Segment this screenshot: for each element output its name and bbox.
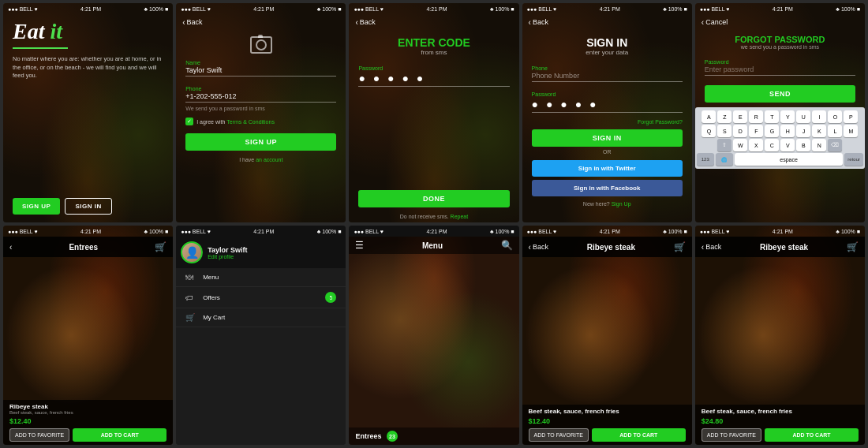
hamburger-icon[interactable]: ☰ — [355, 240, 364, 251]
food-price-2: $12.40 — [529, 417, 551, 425]
ribeye2-header: ‹ Back Ribeye steak 🛒 — [695, 237, 865, 257]
signup-button[interactable]: SIGN UP — [13, 198, 60, 215]
key-a[interactable]: A — [702, 110, 716, 123]
terms-link[interactable]: Terms & Conditions — [226, 119, 275, 125]
forgot-link[interactable]: Forgot Password? — [522, 118, 692, 126]
key-i[interactable]: I — [812, 110, 826, 123]
key-r[interactable]: R — [749, 110, 763, 123]
add-cart-btn-1[interactable]: ADD TO CART — [73, 428, 166, 442]
back-button-3[interactable]: ‹ Back — [355, 18, 375, 27]
enter-code-subtitle: from sms — [349, 49, 518, 56]
key-delete[interactable]: ⌫ — [828, 139, 842, 151]
key-u[interactable]: U — [796, 110, 810, 123]
key-g[interactable]: G — [765, 125, 779, 137]
key-v[interactable]: V — [780, 139, 795, 151]
key-j[interactable]: J — [796, 125, 810, 137]
key-x[interactable]: X — [749, 139, 763, 151]
kb-bottom-row: 123 🌐 espace retour — [697, 153, 863, 166]
key-q[interactable]: Q — [702, 125, 716, 137]
menu-item-cart[interactable]: 🛒 My Cart — [176, 308, 346, 327]
status-bar-r2-3: ●●● BELL ♥ 4:21 PM ♣ 100% ■ — [349, 226, 518, 237]
add-cart-btn-2[interactable]: ADD TO CART — [592, 428, 686, 442]
ribeye1-back[interactable]: ‹ Back — [529, 243, 548, 252]
food-card-3: Beef steak, sauce, french fries $24.80 A… — [695, 405, 865, 445]
user-avatar[interactable]: 👤 — [181, 241, 203, 263]
key-shift[interactable]: ⇧ — [717, 139, 731, 151]
nav-bar-3: ‹ Back — [349, 14, 518, 30]
cart-icon[interactable]: 🛒 — [155, 241, 166, 252]
signin-button[interactable]: SIGN IN — [65, 198, 111, 215]
signup-button-2[interactable]: SIGN UP — [185, 133, 336, 151]
key-return[interactable]: retour — [844, 153, 863, 166]
ribeye2-title: Ribeye steak — [760, 243, 808, 252]
signup-link[interactable]: Sign Up — [612, 201, 631, 207]
key-h[interactable]: H — [780, 125, 795, 137]
key-globe[interactable]: 🌐 — [716, 153, 733, 166]
food-price-1: $12.40 — [9, 417, 32, 425]
back-button-4[interactable]: ‹ Back — [529, 18, 548, 27]
key-n[interactable]: N — [812, 139, 826, 151]
key-p[interactable]: P — [844, 110, 858, 123]
food-card-1: Ribeye steak Beef steak, sauce, french f… — [3, 400, 173, 445]
search-icon[interactable]: 🔍 — [501, 240, 513, 251]
screen-entrees: ●●● BELL ♥ 4:21 PM ♣ 100% ■ ‹ Entrees 🛒 … — [3, 226, 173, 445]
logo-underline — [13, 47, 68, 49]
repeat-link[interactable]: Repeat — [451, 214, 469, 219]
food-price-3: $24.80 — [702, 417, 724, 425]
screen-menu-list: ●●● BELL ♥ 4:21 PM ♣ 100% ■ ☰ Menu 🔍 Ent… — [349, 226, 518, 445]
key-f[interactable]: F — [749, 125, 763, 137]
app-grid: ●●● BELL ♥ 4:21 PM ♣ 100% ■ Eat it No ma… — [0, 0, 868, 448]
menu-title: Menu — [422, 241, 443, 250]
signin-btn[interactable]: SIGN IN — [532, 129, 683, 147]
back-button[interactable]: ‹ Back — [182, 18, 202, 27]
key-o[interactable]: O — [828, 110, 842, 123]
facebook-btn[interactable]: Sign in with Facebook — [532, 180, 683, 196]
send-button[interactable]: SEND — [705, 85, 855, 103]
key-w[interactable]: W — [733, 139, 747, 151]
screen-profile-form: ●●● BELL ♥ 4:21 PM ♣ 100% ■ ‹ Back Name … — [176, 3, 346, 222]
app-logo: Eat it — [13, 21, 163, 43]
account-link[interactable]: an account — [256, 157, 282, 162]
status-bar-r2-2: ●●● BELL ♥ 4:21 PM ♣ 100% ■ — [176, 226, 346, 237]
nav-bar-2: ‹ Back — [176, 14, 346, 30]
key-e[interactable]: E — [733, 110, 747, 123]
no-sms-note: Do not receive sms. Repeat — [349, 211, 518, 222]
key-l[interactable]: L — [828, 125, 842, 137]
add-fav-btn-2[interactable]: ADD TO FAVORITE — [529, 428, 589, 442]
key-y[interactable]: Y — [780, 110, 795, 123]
agree-checkbox[interactable]: ✓ — [185, 118, 193, 125]
menu-item-offers[interactable]: 🏷 Offers 5 — [176, 287, 346, 308]
cart-icon-3[interactable]: 🛒 — [847, 241, 859, 252]
done-button[interactable]: DONE — [358, 190, 509, 207]
key-t[interactable]: T — [765, 110, 779, 123]
menu-top-bar: ☰ Menu 🔍 — [349, 237, 518, 254]
menu-item-menu[interactable]: 🍽 Menu — [176, 268, 346, 287]
camera-icon[interactable] — [250, 36, 272, 54]
entrees-back[interactable]: ‹ — [9, 243, 12, 252]
offers-badge: 5 — [325, 292, 336, 303]
forgot-subtitle: we send you a password in sms — [695, 44, 865, 50]
status-bar-5: ●●● BELL ♥ 4:21 PM ♣ 100% ■ — [695, 3, 865, 14]
ribeye2-back[interactable]: ‹ Back — [702, 243, 721, 252]
key-z[interactable]: Z — [717, 110, 731, 123]
cancel-button[interactable]: ‹ Cancel — [702, 18, 728, 27]
add-fav-btn-3[interactable]: ADD TO FAVORITE — [702, 428, 761, 442]
add-fav-btn-1[interactable]: ADD TO FAVORITE — [9, 428, 69, 442]
key-s[interactable]: S — [717, 125, 731, 137]
twitter-btn[interactable]: Sign in with Twitter — [532, 160, 683, 177]
key-c[interactable]: C — [765, 139, 779, 151]
key-k[interactable]: K — [812, 125, 826, 137]
screen-enter-code: ●●● BELL ♥ 4:21 PM ♣ 100% ■ ‹ Back ENTER… — [349, 3, 518, 222]
cart-icon-2[interactable]: 🛒 — [674, 241, 686, 252]
profile-header: 👤 Taylor Swift Edit profile — [176, 237, 346, 268]
food-card-2: Beef steak, sauce, french fries $12.40 A… — [522, 405, 692, 445]
key-space[interactable]: espace — [735, 153, 844, 166]
name-field: Name Taylor Swift — [176, 57, 346, 83]
menu-icon: 🍽 — [185, 273, 196, 282]
edit-profile-link[interactable]: Edit profile — [208, 254, 247, 259]
add-cart-btn-3[interactable]: ADD TO CART — [765, 428, 859, 442]
key-b[interactable]: B — [796, 139, 810, 151]
key-123[interactable]: 123 — [697, 153, 714, 166]
key-m[interactable]: M — [844, 125, 858, 137]
key-d[interactable]: D — [733, 125, 747, 137]
